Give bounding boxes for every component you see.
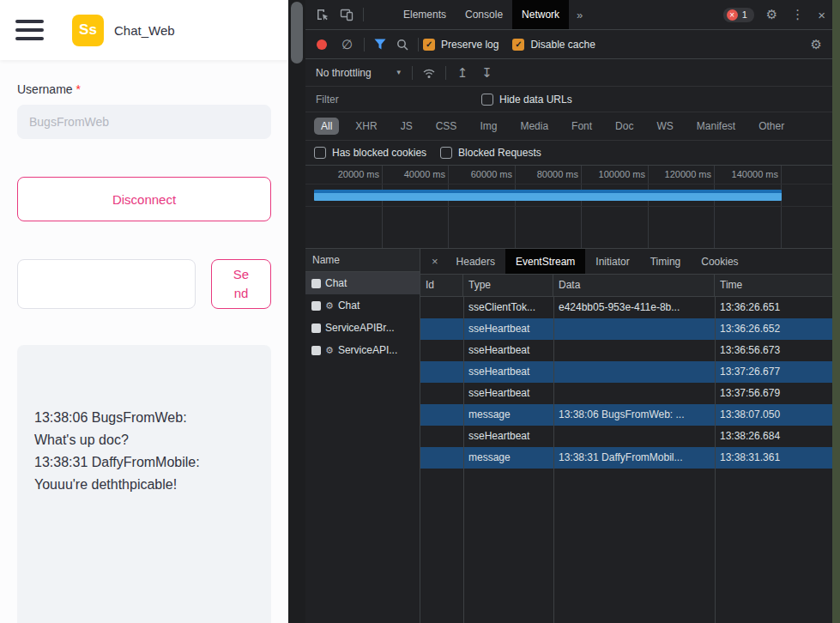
preserve-log-label[interactable]: Preserve log xyxy=(441,39,499,51)
chip-doc[interactable]: Doc xyxy=(608,118,640,135)
event-data xyxy=(553,361,715,383)
tab-network[interactable]: Network xyxy=(512,0,569,29)
import-har-icon[interactable]: ↥ xyxy=(450,65,475,81)
filter-funnel-icon[interactable] xyxy=(369,39,391,50)
tick-label: 140000 ms xyxy=(732,169,778,179)
blocked-requests-label[interactable]: Blocked Requests xyxy=(458,147,541,159)
tab-cookies[interactable]: Cookies xyxy=(691,249,748,274)
hide-data-urls-checkbox[interactable] xyxy=(481,94,493,106)
hide-data-urls-label[interactable]: Hide data URLs xyxy=(499,94,572,106)
timeline-gridline: 60000 ms xyxy=(515,166,516,248)
event-id xyxy=(420,340,463,361)
settings-gear-icon[interactable]: ⚙ xyxy=(759,7,784,22)
request-row[interactable]: ⚙ Chat xyxy=(305,294,420,317)
chip-js[interactable]: JS xyxy=(394,118,420,135)
error-badge[interactable]: × 1 xyxy=(723,8,754,22)
tab-timing[interactable]: Timing xyxy=(640,249,692,274)
tab-headers[interactable]: Headers xyxy=(446,249,505,274)
send-button[interactable]: Send xyxy=(211,259,271,309)
search-icon[interactable] xyxy=(391,39,414,51)
chip-font[interactable]: Font xyxy=(565,118,599,135)
event-row[interactable]: sseHeartbeat 13:37:26.677 xyxy=(420,361,832,383)
chip-other[interactable]: Other xyxy=(752,118,791,135)
request-row[interactable]: ServiceAPIBr... xyxy=(305,317,420,339)
record-icon[interactable] xyxy=(317,39,327,50)
column-divider xyxy=(715,297,716,623)
timeline-gridline: 140000 ms xyxy=(781,166,782,248)
event-row[interactable]: message 13:38:06 BugsFromWeb: ... 13:38:… xyxy=(420,404,832,426)
app-body: Username * Disconnect Send 13:38:06 Bugs… xyxy=(0,60,288,623)
event-row[interactable]: sseClientTok... e424bb05-953e-411e-8b...… xyxy=(420,297,832,318)
event-id xyxy=(420,318,463,340)
tick-label: 20000 ms xyxy=(338,169,379,179)
chip-manifest[interactable]: Manifest xyxy=(690,118,742,135)
tab-console[interactable]: Console xyxy=(456,0,512,29)
tab-initiator[interactable]: Initiator xyxy=(585,249,639,274)
event-row[interactable]: sseHeartbeat 13:38:26.684 xyxy=(420,426,832,447)
chip-all[interactable]: All xyxy=(314,118,339,135)
tick-label: 100000 ms xyxy=(599,169,645,179)
chip-img[interactable]: Img xyxy=(473,118,504,135)
event-id xyxy=(420,404,463,426)
event-time: 13:38:26.684 xyxy=(715,426,832,447)
tab-eventstream[interactable]: EventStream xyxy=(505,249,585,274)
gear-icon: ⚙ xyxy=(325,345,334,356)
column-divider xyxy=(463,297,464,623)
event-id xyxy=(420,297,463,318)
column-data[interactable]: Data xyxy=(553,275,715,296)
disconnect-button[interactable]: Disconnect xyxy=(17,177,271,221)
network-conditions-icon[interactable] xyxy=(417,67,441,79)
screen: Ss Chat_Web Username * Disconnect Send 1… xyxy=(0,0,840,623)
clear-icon[interactable]: ∅ xyxy=(335,37,360,52)
close-devtools-icon[interactable]: × xyxy=(811,8,832,22)
network-main: Name Chat ⚙ Chat ServiceAPIBr... ⚙ xyxy=(305,249,832,623)
filter-input[interactable] xyxy=(305,94,481,106)
event-data xyxy=(553,383,715,404)
kebab-menu-icon[interactable]: ⋮ xyxy=(784,7,811,22)
timeline-gridline: 20000 ms xyxy=(382,166,383,248)
event-type: sseHeartbeat xyxy=(463,318,553,340)
event-row[interactable]: sseHeartbeat 13:37:56.679 xyxy=(420,383,832,404)
column-time[interactable]: Time xyxy=(715,275,832,296)
close-detail-icon[interactable]: × xyxy=(420,255,446,268)
chip-css[interactable]: CSS xyxy=(429,118,464,135)
network-settings-gear-icon[interactable]: ⚙ xyxy=(804,37,829,52)
chip-ws[interactable]: WS xyxy=(650,118,680,135)
event-row[interactable]: sseHeartbeat 13:36:26.652 xyxy=(420,318,832,340)
name-column-header[interactable]: Name xyxy=(305,249,420,272)
disable-cache-label[interactable]: Disable cache xyxy=(530,39,595,51)
has-blocked-cookies-checkbox[interactable] xyxy=(314,147,326,159)
request-row[interactable]: Chat xyxy=(305,272,420,294)
timeline-gridline: 40000 ms xyxy=(448,166,449,248)
eventstream-header: Id Type Data Time xyxy=(420,275,832,297)
has-blocked-cookies-label[interactable]: Has blocked cookies xyxy=(332,147,426,159)
request-row[interactable]: ⚙ ServiceAPI... xyxy=(305,339,420,361)
throttling-dropdown[interactable]: No throttling ▼ xyxy=(311,67,408,79)
divider xyxy=(445,66,446,80)
export-har-icon[interactable]: ↧ xyxy=(474,65,499,81)
more-tabs-icon[interactable]: » xyxy=(569,9,590,21)
event-id xyxy=(420,383,463,404)
inspect-element-icon[interactable] xyxy=(311,8,335,21)
timeline-gridline: 100000 ms xyxy=(648,166,649,248)
device-toolbar-icon[interactable] xyxy=(335,8,359,21)
disable-cache-checkbox[interactable]: ✓ xyxy=(512,39,524,51)
timeline-overview[interactable]: 20000 ms 40000 ms 60000 ms 80000 ms 1000… xyxy=(305,166,832,249)
menu-bar xyxy=(15,20,44,23)
message-input[interactable] xyxy=(17,259,196,309)
menu-icon[interactable] xyxy=(15,20,44,40)
blocked-requests-checkbox[interactable] xyxy=(440,147,452,159)
resource-type-filters: All XHR JS CSS Img Media Font Doc WS Man… xyxy=(305,112,832,141)
page-scrollbar[interactable] xyxy=(288,0,305,623)
scrollbar-thumb[interactable] xyxy=(291,2,303,64)
chip-media[interactable]: Media xyxy=(513,118,555,135)
column-id[interactable]: Id xyxy=(420,275,463,296)
chip-xhr[interactable]: XHR xyxy=(348,118,384,135)
column-type[interactable]: Type xyxy=(463,275,553,296)
chat-line: What's up doc? xyxy=(34,429,254,451)
request-name: Chat xyxy=(338,299,360,312)
preserve-log-checkbox[interactable]: ✓ xyxy=(423,39,435,51)
tab-elements[interactable]: Elements xyxy=(394,0,456,29)
event-row[interactable]: sseHeartbeat 13:36:56.673 xyxy=(420,340,832,361)
event-row[interactable]: message 13:38:31 DaffyFromMobil... 13:38… xyxy=(420,447,832,469)
